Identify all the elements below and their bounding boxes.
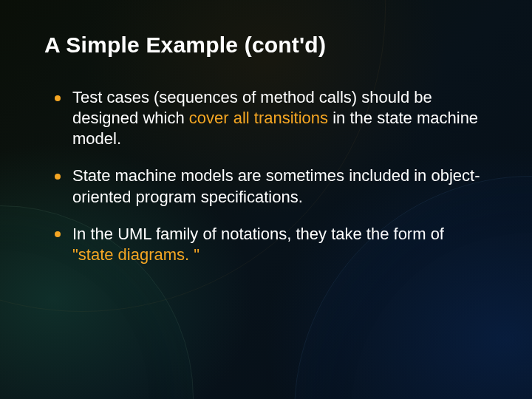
bullet-item: Test cases (sequences of method calls) s… (52, 87, 488, 149)
bullet-text-pre: In the UML family of notations, they tak… (72, 225, 444, 243)
bullet-item: State machine models are sometimes inclu… (52, 166, 488, 207)
bullet-text-highlight: "state diagrams. " (72, 245, 200, 264)
slide-title: A Simple Example (cont'd) (44, 33, 488, 58)
bullet-list: Test cases (sequences of method calls) s… (44, 87, 488, 265)
bullet-text-highlight: cover all transitions (189, 109, 328, 127)
bullet-text-pre: State machine models are sometimes inclu… (72, 166, 480, 205)
slide: A Simple Example (cont'd) Test cases (se… (0, 0, 532, 399)
bullet-item: In the UML family of notations, they tak… (52, 224, 488, 265)
